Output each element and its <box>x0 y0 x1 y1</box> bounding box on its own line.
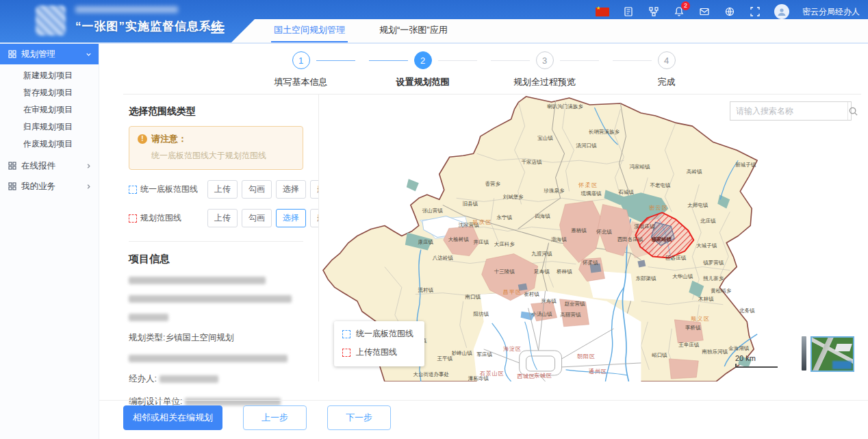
svg-text:四海镇: 四海镇 <box>535 213 550 219</box>
base-draw-button[interactable]: 勾画 <box>242 180 272 199</box>
red-dashed-square-icon <box>129 214 137 223</box>
sidebar-item-online-filing[interactable]: 在线报件 <box>0 155 99 176</box>
svg-text:怀柔镇: 怀柔镇 <box>582 260 598 266</box>
svg-text:王辛庄镇: 王辛庄镇 <box>678 342 699 348</box>
svg-text:大华山镇: 大华山镇 <box>672 273 693 279</box>
svg-text:金海湖镇: 金海湖镇 <box>728 345 749 351</box>
svg-text:刘斌堡乡: 刘斌堡乡 <box>503 194 524 200</box>
sidebar-item-planning-management[interactable]: 规划管理 <box>0 44 99 64</box>
svg-text:镇罗营镇: 镇罗营镇 <box>702 260 724 266</box>
svg-text:长哨营满族乡: 长哨营满族乡 <box>588 129 620 135</box>
sidebar-item-in-review-planning-project[interactable]: 在审规划项目 <box>0 101 99 118</box>
step-4-complete: 4 完成 <box>606 51 728 88</box>
svg-text:琉璃庙镇: 琉璃庙镇 <box>581 190 602 197</box>
search-input[interactable] <box>730 106 847 116</box>
plan-range-row: 规划范围线 上传 勾画 选择 删除 <box>129 209 303 227</box>
step-3-process-preview: 3 规划全过程预览 <box>484 51 606 88</box>
basemap-strip[interactable] <box>802 336 806 371</box>
map-scalebar: 20 km <box>735 354 778 368</box>
map-panel: 喇叭沟门满族乡长哨营满族乡汤河口镇宝山镇千家店镇冯家峪镇香营乡珍珠泉乡琉璃庙镇石… <box>318 95 861 381</box>
svg-text:南独乐河镇: 南独乐河镇 <box>702 349 728 355</box>
system-title: “一张图”实施监督信息系统 <box>75 18 224 34</box>
svg-text:怀北镇: 怀北镇 <box>596 229 612 235</box>
svg-text:延庆区: 延庆区 <box>472 219 492 225</box>
svg-text:西城区: 西城区 <box>517 373 535 379</box>
thumbnail-label <box>832 361 852 369</box>
app-root: “一张图”实施监督信息系统 2 <box>0 0 868 439</box>
svg-text:兴寿镇: 兴寿镇 <box>541 298 557 304</box>
svg-text:巨各庄镇: 巨各庄镇 <box>665 255 686 261</box>
chevron-right-icon <box>86 163 92 169</box>
plan-draw-button[interactable]: 勾画 <box>242 209 272 227</box>
grid-icon <box>8 182 16 190</box>
project-info-title: 项目信息 <box>129 253 303 266</box>
svg-text:怀柔区: 怀柔区 <box>578 181 598 188</box>
project-agent-line: 经办人: <box>129 373 303 385</box>
org-name-redacted <box>75 6 178 13</box>
svg-text:溪翁庄镇: 溪翁庄镇 <box>634 223 654 229</box>
stepper: 1 填写基本信息 2 设置规划范围 3 规划全过程预览 4 完成 <box>99 44 868 88</box>
user-name[interactable]: 密云分局经办人 <box>802 6 860 18</box>
sidebar-item-archived-planning-project[interactable]: 归库规划项目 <box>0 118 99 136</box>
range-line-panel: 选择范围线类型 ! 请注意： 统一底板范围线大于规划范围线 统一底板范围线 上传… <box>123 95 318 381</box>
sidebar-item-voided-planning-project[interactable]: 作废规划项目 <box>0 136 99 153</box>
svg-text:延寿镇: 延寿镇 <box>533 268 550 275</box>
svg-text:流村镇: 流村镇 <box>418 287 434 293</box>
grid-icon <box>8 162 16 170</box>
svg-text:北务镇: 北务镇 <box>739 308 755 314</box>
fullscreen-icon[interactable] <box>749 5 761 18</box>
tab-land-spatial-planning[interactable]: 国土空间规划管理 <box>271 24 348 42</box>
svg-text:北庄镇: 北庄镇 <box>700 218 716 224</box>
svg-text:西田各庄镇: 西田各庄镇 <box>617 236 643 242</box>
scale-line <box>735 364 778 368</box>
search-icon[interactable] <box>847 102 858 120</box>
tab-one-map-application[interactable]: 规划“一张图”应用 <box>376 24 450 42</box>
divider <box>129 241 303 242</box>
globe-icon[interactable] <box>724 5 736 18</box>
notice-body: 统一底板范围线大于规划范围线 <box>151 150 294 162</box>
workflow-icon[interactable] <box>648 5 660 18</box>
svg-text:通州区: 通州区 <box>589 368 607 375</box>
plan-upload-button[interactable]: 上传 <box>207 209 238 227</box>
sidebar-item-draft-planning-project[interactable]: 暂存规划项目 <box>0 84 99 101</box>
svg-text:喇叭沟门满族乡: 喇叭沟门满族乡 <box>547 103 583 110</box>
bell-icon[interactable]: 2 <box>673 5 685 18</box>
svg-text:李桥镇: 李桥镇 <box>685 325 701 331</box>
sidebar-item-new-planning-project[interactable]: 新建规划项目 <box>0 67 99 84</box>
report-icon[interactable] <box>622 5 635 18</box>
blue-dashed-square-icon <box>342 330 350 338</box>
base-select-button[interactable]: 选择 <box>276 180 306 199</box>
sidebar-item-my-business[interactable]: 我的业务 <box>0 176 99 197</box>
plan-select-button[interactable]: 选择 <box>276 209 306 227</box>
basemap-thumbnail[interactable] <box>810 336 854 372</box>
svg-text:康庄镇: 康庄镇 <box>418 239 434 245</box>
top-tabs: 国土空间规划管理 规划“一张图”应用 <box>231 19 868 42</box>
svg-text:石景山区: 石景山区 <box>480 371 505 377</box>
menu-toggle-icon[interactable] <box>211 23 225 36</box>
user-avatar[interactable] <box>774 4 789 19</box>
mail-icon[interactable] <box>698 5 711 18</box>
svg-text:渤海镇: 渤海镇 <box>551 236 567 242</box>
base-upload-button[interactable]: 上传 <box>207 180 238 199</box>
svg-text:昌平区: 昌平区 <box>502 289 522 295</box>
step-1-basic-info: 1 填写基本信息 <box>240 51 362 88</box>
svg-text:八达岭镇: 八达岭镇 <box>433 255 453 261</box>
panel-title: 选择范围线类型 <box>129 105 303 118</box>
project-info-redacted-line <box>129 277 303 284</box>
svg-text:赵全营镇: 赵全营镇 <box>565 301 585 307</box>
flag-cn-icon <box>596 8 609 16</box>
warning-icon: ! <box>138 134 147 144</box>
chevron-down-icon <box>86 51 92 58</box>
red-dashed-square-icon <box>342 349 350 357</box>
step-2-set-planning-scope: 2 设置规划范围 <box>362 51 484 88</box>
svg-text:冯家峪镇: 冯家峪镇 <box>629 164 650 170</box>
base-range-row: 统一底板范围线 上传 勾画 选择 删除 <box>129 180 303 199</box>
adjacent-related-planning-button[interactable]: 相邻或相关在编规划 <box>123 405 222 430</box>
svg-text:宝山镇: 宝山镇 <box>537 135 553 141</box>
next-step-button[interactable]: 下一步 <box>327 405 391 430</box>
svg-text:张山营镇: 张山营镇 <box>422 208 443 214</box>
svg-text:峪口镇: 峪口镇 <box>652 352 667 358</box>
main-content: 1 填写基本信息 2 设置规划范围 3 规划全过程预览 4 完成 选择范围线类型 <box>99 44 868 439</box>
svg-text:大榆树镇: 大榆树镇 <box>448 236 469 242</box>
previous-step-button[interactable]: 上一步 <box>243 405 307 430</box>
